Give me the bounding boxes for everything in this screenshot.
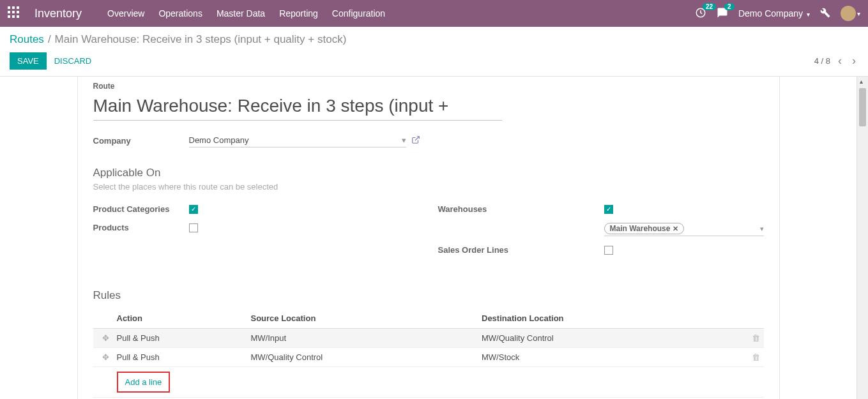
company-switcher[interactable]: Demo Company ▾ <box>738 8 810 19</box>
rule-dest: MW/Stock <box>478 348 738 367</box>
scroll-up-icon[interactable]: ▴ <box>860 78 863 85</box>
sales-order-lines-checkbox[interactable] <box>604 246 613 255</box>
chevron-down-icon: ▾ <box>807 11 810 18</box>
discard-button[interactable]: DISCARD <box>54 56 92 66</box>
rule-action: Pull & Push <box>113 348 247 367</box>
messages-icon[interactable]: 2 <box>717 7 728 20</box>
external-link-icon[interactable] <box>411 135 420 146</box>
scrollbar[interactable]: ▴ <box>857 77 868 399</box>
menu-overview[interactable]: Overview <box>107 8 144 19</box>
breadcrumb-current: Main Warehouse: Receive in 3 steps (inpu… <box>55 33 347 46</box>
trash-icon[interactable]: 🗑 <box>752 333 760 343</box>
activity-icon[interactable]: 22 <box>695 7 706 20</box>
col-action: Action <box>113 308 247 329</box>
route-name-input[interactable] <box>93 92 502 121</box>
rule-dest: MW/Quality Control <box>478 329 738 348</box>
svg-line-1 <box>415 136 418 140</box>
sales-order-lines-label: Sales Order Lines <box>438 245 604 255</box>
company-value: Demo Company <box>189 135 249 145</box>
col-dest: Destination Location <box>478 308 738 329</box>
company-field-label: Company <box>93 136 189 146</box>
product-categories-label: Product Categories <box>93 204 189 214</box>
breadcrumb-separator: / <box>48 33 51 46</box>
rules-table: Action Source Location Destination Locat… <box>93 308 764 398</box>
warehouse-tag-label: Main Warehouse <box>610 224 671 233</box>
applicable-on-desc: Select the places where this route can b… <box>93 182 764 192</box>
breadcrumb: Routes / Main Warehouse: Receive in 3 st… <box>0 27 868 49</box>
trash-icon[interactable]: 🗑 <box>752 352 760 362</box>
rule-source: MW/Input <box>247 329 478 348</box>
close-icon[interactable]: ✕ <box>673 225 678 233</box>
pager-prev-icon[interactable]: ‹ <box>835 54 844 68</box>
table-row[interactable]: ✥ Pull & Push MW/Input MW/Quality Contro… <box>93 329 764 348</box>
warehouses-label: Warehouses <box>438 204 604 214</box>
debug-icon[interactable] <box>820 8 830 20</box>
drag-handle-icon[interactable]: ✥ <box>102 352 109 362</box>
menu-reporting[interactable]: Reporting <box>279 8 318 19</box>
chevron-down-icon: ▾ <box>402 135 406 145</box>
breadcrumb-root[interactable]: Routes <box>10 33 44 46</box>
messages-badge: 2 <box>724 3 735 10</box>
col-source: Source Location <box>247 308 478 329</box>
pager: 4 / 8 ‹ › <box>814 54 858 68</box>
drag-handle-icon[interactable]: ✥ <box>102 333 109 343</box>
menu-operations[interactable]: Operations <box>158 8 202 19</box>
chevron-down-icon: ▾ <box>760 225 764 233</box>
company-select[interactable]: Demo Company ▾ <box>189 133 406 147</box>
avatar <box>841 6 856 21</box>
warehouse-tag[interactable]: Main Warehouse ✕ <box>604 223 685 234</box>
pager-text: 4 / 8 <box>814 56 830 66</box>
add-line-highlight: Add a line <box>117 372 171 393</box>
apps-icon[interactable] <box>8 6 22 20</box>
applicable-on-title: Applicable On <box>93 167 764 179</box>
chevron-down-icon: ▾ <box>857 10 860 17</box>
products-label: Products <box>93 223 189 232</box>
menu-configuration[interactable]: Configuration <box>332 8 385 19</box>
app-brand[interactable]: Inventory <box>34 7 82 20</box>
company-label: Demo Company <box>738 8 803 19</box>
user-menu[interactable]: ▾ <box>841 6 860 21</box>
rule-action: Pull & Push <box>113 329 247 348</box>
products-checkbox[interactable] <box>189 223 198 232</box>
add-line-button[interactable]: Add a line <box>122 374 165 390</box>
menu-master-data[interactable]: Master Data <box>217 8 265 19</box>
top-navbar: Inventory Overview Operations Master Dat… <box>0 0 868 27</box>
action-bar: SAVE DISCARD 4 / 8 ‹ › <box>0 49 868 77</box>
route-field-label: Route <box>93 82 764 91</box>
save-button[interactable]: SAVE <box>10 52 47 70</box>
warehouses-checkbox[interactable]: ✓ <box>604 205 613 214</box>
form-sheet: Route Company Demo Company ▾ Applicable … <box>77 77 780 399</box>
warehouse-tags-input[interactable]: Main Warehouse ✕ ▾ <box>604 223 764 236</box>
main-menu: Overview Operations Master Data Reportin… <box>107 8 385 19</box>
rule-source: MW/Quality Control <box>247 348 478 367</box>
table-row[interactable]: ✥ Pull & Push MW/Quality Control MW/Stoc… <box>93 348 764 367</box>
rules-title: Rules <box>93 289 764 302</box>
pager-next-icon[interactable]: › <box>849 54 858 68</box>
activity-badge: 22 <box>703 3 716 10</box>
scroll-thumb[interactable] <box>859 88 866 126</box>
product-categories-checkbox[interactable]: ✓ <box>189 205 198 214</box>
